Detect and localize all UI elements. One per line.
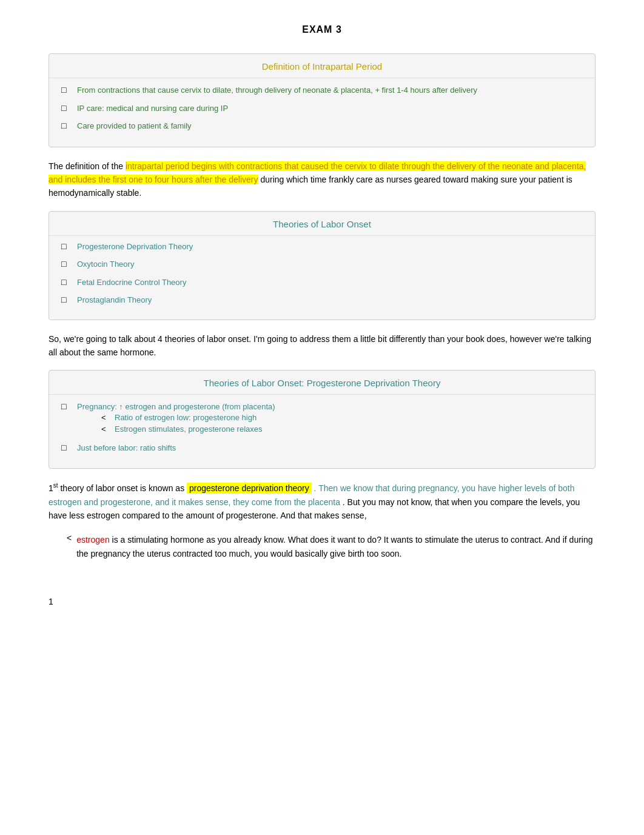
para1-highlight1: intrapartal period	[126, 161, 189, 171]
para3-highlight: progesterone deprivation theory	[187, 483, 312, 494]
sub-bullet-text: Ratio of estrogen low: progesterone high	[115, 413, 257, 422]
list-item: □ Pregnancy: ↑ estrogen and progesterone…	[61, 401, 583, 436]
section3-header: Theories of Labor Onset: Progesterone De…	[49, 371, 595, 395]
list-item: □ Fetal Endocrine Control Theory	[61, 277, 583, 289]
bullet-text: Prostaglandin Theory	[77, 294, 152, 306]
list-item: □ From contractions that cause cervix to…	[61, 84, 583, 96]
bullet-text: Oxytocin Theory	[77, 258, 134, 270]
bullet-icon: □	[61, 85, 71, 95]
section1-header: Definition of Intrapartal Period	[49, 54, 595, 78]
paragraph-theories: So, we're going to talk about 4 theories…	[49, 332, 595, 360]
list-item: □ Care provided to patient & family	[61, 120, 583, 132]
sub-bullet-icon: <	[101, 413, 110, 422]
estrogen-bullet-icon: <	[67, 533, 72, 560]
para3-part1: theory of labor onset is known as	[58, 483, 187, 493]
bullet-text-main: Pregnancy: ↑ estrogen and progesterone (…	[77, 402, 275, 411]
sub-list-item: < Estrogen stimulates, progesterone rela…	[101, 424, 275, 434]
section3-body: □ Pregnancy: ↑ estrogen and progesterone…	[49, 395, 595, 468]
bullet-text: Fetal Endocrine Control Theory	[77, 277, 186, 289]
para3-prefix: 1	[49, 483, 53, 493]
bullet-icon: □	[61, 121, 71, 130]
paragraph-definition: The definition of the intrapartal period…	[49, 159, 595, 200]
estrogen-text: is a stimulating hormone as you already …	[76, 535, 592, 558]
sub-bullet-icon: <	[101, 424, 110, 434]
sub-list-item: < Ratio of estrogen low: progesterone hi…	[101, 413, 275, 422]
page-number: 1	[49, 597, 595, 606]
estrogen-word: estrogen	[76, 535, 109, 545]
bullet-icon: □	[61, 401, 71, 411]
bullet-icon: □	[61, 443, 71, 452]
section-progesterone: Theories of Labor Onset: Progesterone De…	[49, 370, 595, 469]
bullet-icon: □	[61, 241, 71, 251]
bullet-icon: □	[61, 277, 71, 287]
bullet-icon: □	[61, 103, 71, 113]
list-item: □ Oxytocin Theory	[61, 258, 583, 270]
bullet-text: From contractions that cause cervix to d…	[77, 84, 477, 96]
para1-before: The definition of the	[49, 161, 126, 171]
bullet-text: Progesterone Deprivation Theory	[77, 241, 193, 253]
list-item: □ Just before labor: ratio shifts	[61, 442, 583, 454]
estrogen-block: < estrogen is a stimulating hormone as y…	[67, 533, 595, 560]
bullet-icon: □	[61, 259, 71, 269]
paragraph-progesterone: 1st theory of labor onset is known as pr…	[49, 481, 595, 522]
sub-bullet-text: Estrogen stimulates, progesterone relaxe…	[115, 424, 263, 434]
para3-superscript: st	[53, 482, 58, 489]
estrogen-content: estrogen is a stimulating hormone as you…	[76, 533, 595, 560]
section1-body: □ From contractions that cause cervix to…	[49, 78, 595, 147]
page-title: EXAM 3	[49, 24, 595, 35]
list-item: □ Prostaglandin Theory	[61, 294, 583, 306]
bullet-icon: □	[61, 295, 71, 304]
bullet-text: Just before labor: ratio shifts	[77, 442, 176, 454]
list-item: □ Progesterone Deprivation Theory	[61, 241, 583, 253]
bullet-text: IP care: medical and nursing care during…	[77, 102, 228, 115]
bullet-text: Care provided to patient & family	[77, 120, 192, 132]
list-item: □ IP care: medical and nursing care duri…	[61, 102, 583, 115]
section2-body: □ Progesterone Deprivation Theory □ Oxyt…	[49, 236, 595, 320]
section-theories: Theories of Labor Onset □ Progesterone D…	[49, 211, 595, 320]
section2-header: Theories of Labor Onset	[49, 212, 595, 236]
section-definition: Definition of Intrapartal Period □ From …	[49, 53, 595, 147]
